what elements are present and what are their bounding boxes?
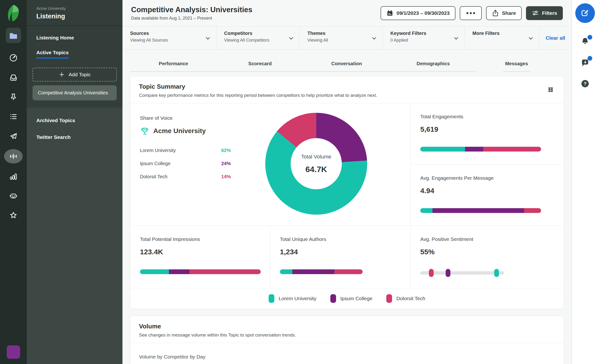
listening-waveform-icon	[9, 152, 18, 161]
card-title: Topic Summary	[139, 83, 555, 90]
filter-bar: Sources Viewing All Sources Competitors …	[123, 26, 572, 50]
table-grid-icon	[547, 86, 554, 93]
tab-conversation[interactable]: Conversation	[303, 61, 390, 72]
filters-button[interactable]: Filters	[526, 6, 563, 20]
share-icon	[492, 9, 499, 17]
compose-pencil-icon	[580, 8, 590, 18]
card-description: See changes in message volume within thi…	[139, 332, 555, 338]
rail-item-bot[interactable]	[6, 189, 21, 203]
page-title: Competitive Analysis: Universities	[131, 6, 252, 14]
page-header: Competitive Analysis: Universities Data …	[123, 0, 572, 26]
dashboard-gauge-icon	[9, 54, 18, 62]
share-of-voice-donut-chart: Total Volume 64.7K	[265, 113, 367, 215]
share-of-voice-label: Share of Voice	[140, 115, 401, 121]
avatar[interactable]	[7, 345, 20, 359]
app-rail	[0, 0, 27, 364]
sov-row: Ipsum College 24%	[140, 161, 241, 166]
impressions-stacked-bar	[140, 269, 261, 274]
total-engagements-stacked-bar	[420, 147, 541, 152]
push-pin-icon	[9, 93, 18, 101]
share-button[interactable]: Share	[486, 6, 522, 20]
filter-competitors[interactable]: Competitors Viewing All Competitors	[216, 26, 300, 49]
paper-plane-icon	[9, 132, 18, 141]
rail-item-reports[interactable]	[6, 170, 21, 183]
trophy-icon	[140, 127, 150, 135]
tab-scorecard[interactable]: Scorecard	[217, 61, 303, 72]
legend-chip	[330, 294, 336, 303]
tab-messages[interactable]: Messages	[489, 61, 545, 72]
utility-bar: ?	[572, 0, 598, 364]
filter-themes[interactable]: Themes Viewing All	[300, 26, 383, 49]
rail-item-dashboard[interactable]	[6, 51, 21, 65]
sidebar-item-active-topics[interactable]: Active Topics	[36, 50, 113, 58]
tab-demographics[interactable]: Demographics	[390, 61, 476, 72]
rail-item-folders[interactable]	[6, 28, 21, 43]
rail-item-tasks[interactable]	[6, 110, 21, 123]
tab-performance[interactable]: Performance	[130, 61, 217, 72]
rail-item-publishing[interactable]	[6, 129, 21, 143]
metric-total-potential-impressions: Total Potential Impressions 123.4K	[130, 226, 270, 288]
card-description: Compare key performance metrics for this…	[139, 93, 555, 98]
sidebar-item-active-topic-selected[interactable]: Competitive Analysis Universities	[33, 85, 117, 100]
chevron-down-icon	[205, 35, 211, 42]
metric-total-engagements: Total Engagements 5,619	[411, 103, 564, 164]
competitor-legend: Lorem University Ipsum College Dolorsit …	[130, 288, 564, 309]
volume-chart-label: Volume by Competitor by Day	[130, 343, 564, 364]
help-button[interactable]: ?	[579, 77, 591, 90]
sidebar-item-archived-topics[interactable]: Archived Topics	[36, 118, 113, 123]
sidebar-item-twitter-search[interactable]: Twitter Search	[36, 134, 113, 140]
rail-item-pinned[interactable]	[6, 90, 21, 104]
unique-authors-stacked-bar	[280, 269, 363, 274]
rail-item-reviews[interactable]	[6, 209, 21, 222]
sprout-leaf-logo-icon	[8, 5, 19, 20]
bot-icon	[9, 192, 18, 200]
notification-badge	[588, 35, 592, 40]
legend-item: Lorem University	[269, 294, 316, 303]
share-of-voice-section: Share of Voice Acme University	[130, 103, 410, 226]
notifications-button[interactable]	[579, 35, 591, 48]
chevron-down-icon	[528, 35, 534, 42]
whats-new-badge	[588, 56, 592, 61]
metric-avg-positive-sentiment: Avg. Positive Sentiment 55%	[410, 226, 564, 288]
volume-card: Volume See changes in message volume wit…	[130, 316, 564, 364]
table-view-button[interactable]	[546, 85, 556, 94]
report-tabs: Performance Scorecard Conversation Demog…	[123, 50, 572, 72]
report-scroll-area: Topic Summary Compare key performance me…	[123, 72, 572, 364]
whats-new-button[interactable]	[579, 57, 591, 69]
svg-text:?: ?	[583, 81, 586, 86]
share-of-voice-list: Lorem University 62% Ipsum College 24% D…	[140, 148, 241, 179]
ellipsis-icon	[465, 12, 476, 14]
clear-all-link[interactable]: Clear all	[540, 26, 572, 49]
sov-row: Dolorsit Tech 14%	[140, 174, 241, 179]
winner-name: Acme University	[153, 127, 206, 135]
sidebar-header: Acme University Listening	[27, 0, 123, 26]
compose-button[interactable]	[575, 3, 595, 23]
star-icon	[9, 211, 18, 220]
listening-sidebar: Acme University Listening Listening Home…	[27, 0, 123, 364]
add-topic-button[interactable]: Add Topic	[33, 68, 117, 81]
reports-bars-icon	[9, 172, 18, 181]
sidebar-item-listening-home[interactable]: Listening Home	[36, 35, 113, 41]
legend-chip	[269, 294, 274, 303]
legend-chip	[386, 294, 392, 303]
chevron-down-icon	[453, 35, 459, 42]
sliders-icon	[532, 9, 539, 17]
metric-total-unique-authors: Total Unique Authors 1,234	[270, 226, 410, 288]
filter-sources[interactable]: Sources Viewing All Sources	[123, 26, 216, 49]
company-name: Acme University	[36, 6, 113, 11]
rail-item-inbox[interactable]	[6, 71, 21, 84]
page-subtitle: Data available from Aug 1, 2021 – Presen…	[131, 16, 252, 21]
rail-item-listening[interactable]	[4, 149, 23, 163]
more-options-button[interactable]	[460, 6, 482, 20]
filter-keyword-filters[interactable]: Keyword Filters 0 Applied	[383, 26, 465, 49]
donut-center-value: 64.7K	[306, 165, 327, 174]
card-title: Volume	[139, 323, 555, 330]
legend-item: Ipsum College	[330, 294, 373, 303]
date-range-button[interactable]: 09/1/2023 – 09/30/2023	[381, 6, 456, 20]
inbox-icon	[9, 73, 18, 82]
product-title: Listening	[36, 13, 113, 20]
filter-more-filters[interactable]: More Filters	[465, 26, 540, 49]
list-icon	[9, 112, 18, 121]
topic-summary-card: Topic Summary Compare key performance me…	[130, 76, 564, 309]
calendar-icon	[386, 9, 393, 17]
